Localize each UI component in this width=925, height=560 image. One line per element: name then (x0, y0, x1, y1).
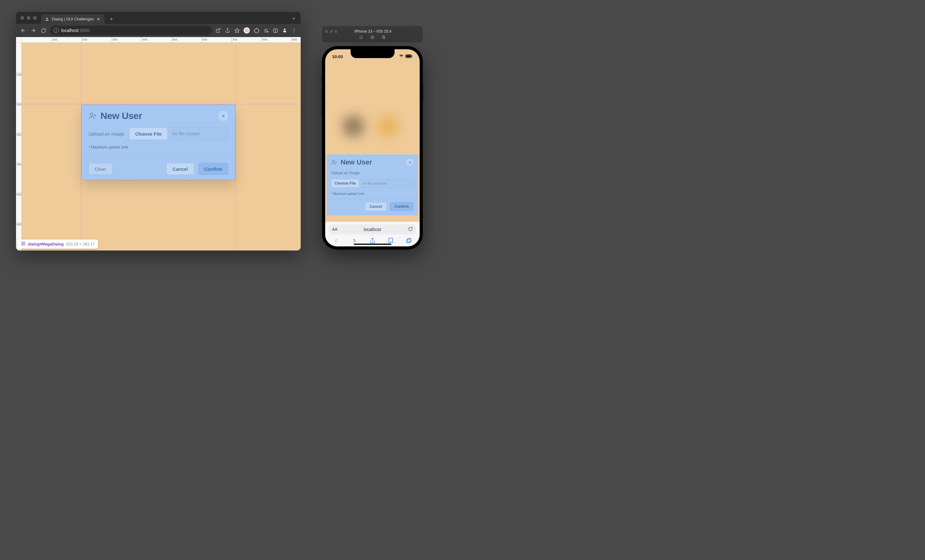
blurred-blob (377, 115, 399, 137)
extensions-puzzle-icon[interactable] (254, 28, 259, 33)
file-status-text: no file selected (359, 179, 414, 188)
tabs-dropdown-icon[interactable] (291, 16, 296, 22)
profile-avatar-icon[interactable] (282, 28, 288, 33)
new-tab-button[interactable]: + (108, 15, 115, 23)
phone-volume-down (321, 104, 322, 117)
browser-tab[interactable]: Dialog | GUI Challenges ✕ (41, 14, 104, 24)
svg-point-16 (90, 113, 93, 116)
iphone-device-frame: 10:03 New User (322, 46, 423, 250)
bookmark-star-icon[interactable] (234, 28, 240, 33)
svg-point-32 (332, 160, 334, 162)
dialog-header: New User (81, 105, 235, 126)
nav-forward-button[interactable] (30, 27, 37, 34)
safari-bookmarks-button[interactable] (387, 237, 394, 244)
iphone-screen: 10:03 New User (325, 49, 420, 247)
clear-button[interactable]: Clear (89, 163, 112, 175)
traffic-zoom-icon[interactable] (33, 16, 37, 20)
open-external-icon[interactable] (215, 28, 221, 33)
tab-favicon-icon (45, 17, 49, 21)
battery-icon (405, 54, 413, 59)
url-port: :3000 (78, 28, 89, 33)
safari-address-bar[interactable]: AA localhost (329, 224, 416, 235)
window-traffic-lights[interactable] (20, 16, 37, 20)
svg-rect-25 (371, 36, 374, 38)
ruler-horizontal[interactable]: 100200300400500600700800900 (16, 37, 301, 43)
ruler-tick: 400 (16, 163, 21, 166)
svg-rect-38 (407, 238, 411, 242)
ruler-tick: 300 (112, 37, 118, 42)
traffic-minimize-icon[interactable] (27, 16, 30, 20)
traffic-close-icon[interactable] (325, 30, 328, 33)
devtools-element-chip[interactable]: dialog#MegaDialog 520.29 × 263.17 (18, 239, 98, 248)
cancel-button[interactable]: Cancel (365, 202, 387, 211)
kebab-menu-icon[interactable] (291, 28, 297, 33)
ruler-tick: 700 (232, 37, 237, 42)
phone-side-button (423, 84, 424, 101)
nav-reload-button[interactable] (40, 27, 47, 34)
svg-point-15 (294, 32, 294, 32)
ruler-tick: 600 (202, 37, 207, 42)
nav-back-button[interactable] (20, 27, 27, 34)
svg-marker-3 (235, 28, 239, 32)
ruler-tick: 800 (261, 37, 267, 42)
traffic-minimize-icon[interactable] (330, 30, 333, 33)
simulator-title-bar: iPhone 13 – iOS 15.4 (322, 26, 423, 42)
media-playlist-icon[interactable] (263, 28, 269, 33)
text-size-button[interactable]: AA (332, 227, 337, 232)
safari-tabs-button[interactable] (405, 237, 412, 244)
svg-point-14 (294, 30, 294, 31)
ruler-corner (16, 37, 22, 43)
chrome-title-bar: Dialog | GUI Challenges ✕ + (16, 12, 301, 24)
simulator-rotate-icon[interactable] (382, 35, 386, 39)
simulator-screenshot-icon[interactable] (371, 35, 375, 39)
choose-file-button[interactable]: Choose File (129, 128, 167, 140)
ruler-tick: 100 (16, 73, 21, 76)
simulator-home-icon[interactable] (359, 35, 363, 39)
tab-title: Dialog | GUI Challenges (52, 17, 94, 21)
ruler-tick: 400 (142, 37, 147, 42)
ruler-vertical[interactable]: 100200300400500600 (16, 37, 22, 250)
address-bar[interactable]: i localhost:3000 (50, 26, 212, 35)
ruler-tick: 500 (16, 193, 21, 196)
ios-simulator: iPhone 13 – iOS 15.4 10:03 (322, 26, 423, 250)
file-status-text: No file chosen (167, 128, 228, 140)
panel-toggle-icon[interactable] (273, 28, 278, 33)
cancel-button[interactable]: Cancel (166, 163, 194, 175)
toolbar-action-icons (215, 27, 297, 33)
tab-close-button[interactable]: ✕ (96, 17, 101, 21)
simulator-traffic-lights[interactable] (325, 30, 337, 33)
dialog-close-button[interactable] (406, 158, 414, 166)
ruler-tick: 200 (81, 37, 87, 42)
safari-back-button[interactable] (333, 237, 340, 244)
simulator-title: iPhone 13 – iOS 15.4 (340, 29, 405, 33)
choose-file-button[interactable]: Choose File (331, 179, 359, 188)
confirm-button[interactable]: Confirm (198, 163, 229, 175)
dialog-close-button[interactable] (218, 111, 228, 121)
mega-dialog: New User Upload an image Choose File No … (81, 104, 235, 180)
svg-marker-9 (267, 31, 268, 32)
reload-button[interactable] (408, 227, 413, 232)
guideline-horizontal (22, 104, 301, 104)
chrome-browser-window: Dialog | GUI Challenges ✕ + i localhost:… (16, 12, 301, 250)
extension-compass-icon[interactable] (244, 27, 250, 33)
share-icon[interactable] (225, 28, 230, 33)
add-user-icon (331, 159, 337, 166)
svg-rect-30 (406, 55, 411, 57)
url-host: localhost (364, 227, 381, 232)
safari-forward-button[interactable] (351, 237, 358, 244)
site-info-icon[interactable]: i (54, 28, 59, 33)
safari-share-button[interactable] (369, 237, 376, 244)
safari-bottom-bar: AA localhost (325, 221, 420, 247)
svg-rect-22 (24, 242, 25, 243)
svg-rect-27 (383, 36, 384, 38)
dialog-body: Upload an image Choose File No file chos… (81, 126, 235, 158)
file-input-group: Choose File No file chosen (129, 128, 228, 140)
dialog-title: New User (101, 110, 142, 121)
confirm-button[interactable]: Confirm (390, 202, 414, 211)
wifi-icon (399, 54, 404, 59)
iphone-notch (351, 49, 395, 58)
traffic-zoom-icon[interactable] (334, 30, 337, 33)
home-indicator[interactable] (354, 244, 392, 245)
upload-hint: * Maximum upload 1mb (327, 190, 418, 199)
traffic-close-icon[interactable] (20, 16, 24, 20)
